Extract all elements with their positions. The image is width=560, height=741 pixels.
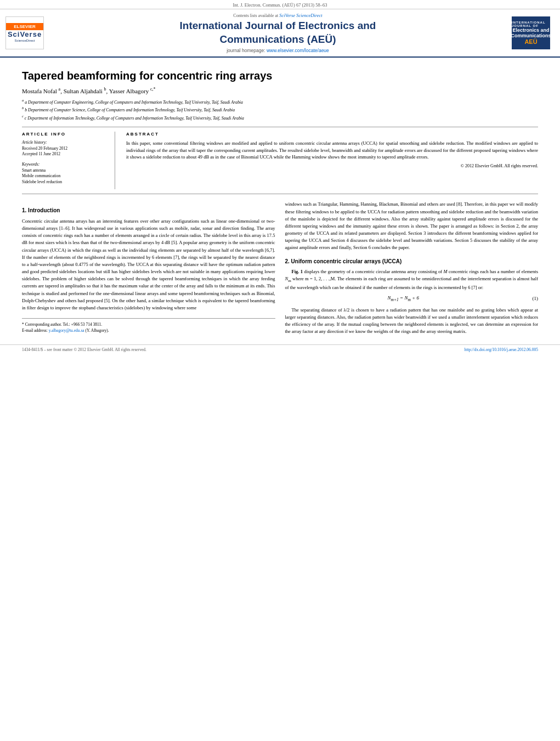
elsevier-subtext: ScienceDirect bbox=[14, 38, 35, 43]
equation-1: Nm+1 = Nm + 6 (1) bbox=[285, 295, 539, 303]
elsevier-logo: ELSEVIER SciVerse ScienceDirect bbox=[5, 16, 44, 49]
homepage-link[interactable]: www.elsevier.com/locate/aeue bbox=[267, 48, 329, 53]
ucca-heading: 2. Uniform concentric circular arrays (U… bbox=[285, 257, 539, 266]
ucca-para-2: The separating distance of λ/2 is chosen… bbox=[285, 307, 539, 336]
affiliation-b: b b Department of Computer Science, Coll… bbox=[22, 105, 538, 113]
keywords-label: Keywords: bbox=[22, 162, 108, 167]
email-link[interactable]: y.albagory@tu.edu.sa bbox=[49, 328, 84, 333]
received-date: Received 20 February 2012 bbox=[22, 146, 108, 152]
abstract-panel: ABSTRACT In this paper, some conventiona… bbox=[126, 132, 538, 190]
footnote-star: * Corresponding author. Tel.: +966 53 71… bbox=[22, 321, 275, 327]
journal-title: International Journal of Electronics and… bbox=[49, 19, 506, 46]
article-info-panel: ARTICLE INFO Article history: Received 2… bbox=[22, 132, 115, 190]
elsevier-wordmark: SciVerse bbox=[8, 30, 42, 38]
keyword-2: Mobile communication bbox=[22, 173, 108, 179]
footnote-area: * Corresponding author. Tel.: +966 53 71… bbox=[22, 318, 275, 334]
issn-notice: 1434-8411/$ – see front matter © 2012 El… bbox=[22, 347, 146, 352]
footnote-email: E-mail address: y.albagory@tu.edu.sa (Y.… bbox=[22, 327, 275, 333]
right-intro-continuation: windows such as Triangular, Hamming, Han… bbox=[285, 201, 539, 251]
equation-content: Nm+1 = Nm + 6 bbox=[285, 295, 522, 303]
right-column: windows such as Triangular, Hamming, Han… bbox=[285, 201, 539, 338]
keyword-3: Sidelobe level reduction bbox=[22, 179, 108, 185]
left-column: 1. Introduction Concentric circular ante… bbox=[22, 201, 275, 338]
article-history-section: Article history: Received 20 February 20… bbox=[22, 140, 108, 157]
accepted-date: Accepted 11 June 2012 bbox=[22, 151, 108, 157]
abstract-heading: ABSTRACT bbox=[126, 132, 538, 137]
article-info-abstract-section: ARTICLE INFO Article history: Received 2… bbox=[22, 127, 538, 195]
sciverse-link[interactable]: SciVerse ScienceDirect bbox=[279, 13, 322, 18]
intro-para-1: Concentric circular antenna arrays has a… bbox=[22, 218, 275, 312]
keyword-1: Smart antenna bbox=[22, 168, 108, 174]
copyright-notice: © 2012 Elsevier GmbH. All rights reserve… bbox=[126, 163, 538, 169]
equation-number: (1) bbox=[522, 295, 538, 303]
elsevier-top-bar: ELSEVIER bbox=[6, 23, 43, 30]
affiliation-c: c c Department of Information Technology… bbox=[22, 114, 538, 121]
abstract-text: In this paper, some conventional filteri… bbox=[126, 140, 538, 161]
article-history-label: Article history: bbox=[22, 140, 108, 145]
journal-center-info: Contents lists available at SciVerse Sci… bbox=[44, 13, 512, 53]
article-info-heading: ARTICLE INFO bbox=[22, 132, 108, 137]
sciverse-label: Contents lists available at SciVerse Sci… bbox=[49, 13, 506, 18]
intro-heading: 1. Introduction bbox=[22, 206, 275, 215]
ucca-para-1: Fig. 1 displays the geometry of a concen… bbox=[285, 268, 539, 291]
affiliations: a a Department of Computer Engineering, … bbox=[22, 98, 538, 121]
journal-header: ELSEVIER SciVerse ScienceDirect Contents… bbox=[0, 9, 560, 58]
bottom-bar: 1434-8411/$ – see front matter © 2012 El… bbox=[0, 344, 560, 354]
main-content: Tapered beamforming for concentric ring … bbox=[0, 58, 560, 344]
top-bar: Int. J. Electron. Commun. (AEÜ) 67 (2013… bbox=[0, 0, 560, 9]
paper-title: Tapered beamforming for concentric ring … bbox=[22, 70, 538, 82]
body-two-columns: 1. Introduction Concentric circular ante… bbox=[22, 201, 538, 338]
keywords-section: Keywords: Smart antenna Mobile communica… bbox=[22, 162, 108, 185]
journal-homepage: journal homepage: www.elsevier.com/locat… bbox=[49, 48, 506, 53]
authors-line: Mostafa Nofal a, Sultan Aljahdali b, Yas… bbox=[22, 87, 538, 94]
doi-link[interactable]: http://dx.doi.org/10.1016/j.aeue.2012.06… bbox=[465, 347, 538, 352]
aeu-logo: INTERNATIONAL JOURNAL OF Electronics and… bbox=[512, 16, 550, 49]
journal-citation: Int. J. Electron. Commun. (AEÜ) 67 (2013… bbox=[233, 2, 327, 8]
affiliation-a: a a Department of Computer Engineering, … bbox=[22, 98, 538, 105]
